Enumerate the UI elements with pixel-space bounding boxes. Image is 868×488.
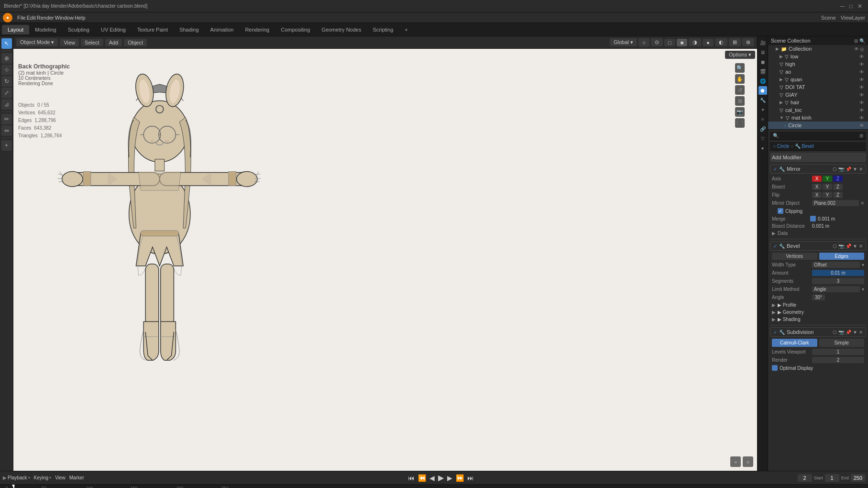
tab-geometry-nodes[interactable]: Geometry Nodes — [316, 25, 367, 34]
collection-item-doi-tat[interactable]: ▽ DOI TAT 👁 — [768, 83, 868, 91]
collection-item-quan[interactable]: ▶ ▽ quan 👁 — [768, 76, 868, 83]
tool-select[interactable]: ↖ — [1, 38, 12, 49]
mirror-bisect-y[interactable]: Y — [823, 184, 832, 190]
prop-world-icon[interactable]: 🌐 — [758, 77, 767, 85]
eye-icon-cal-toc[interactable]: 👁 — [859, 108, 864, 113]
xray-toggle[interactable]: ⊞ — [729, 38, 741, 46]
viewport-canvas[interactable]: Back Orthographic (2) mat kinh | Circle … — [13, 49, 757, 471]
playback-icon[interactable]: ▶ — [3, 475, 7, 480]
tab-scripting[interactable]: Scripting — [367, 25, 399, 34]
end-frame-display[interactable]: 250 — [851, 474, 865, 482]
collection-item-ao[interactable]: ▽ ao 👁 — [768, 68, 868, 76]
eye-icon-high[interactable]: 👁 — [859, 62, 864, 67]
tab-animation[interactable]: Animation — [205, 25, 240, 34]
subd-down-icon[interactable]: ▼ — [853, 330, 857, 335]
timeline-scrubber[interactable]: 0 50 100 150 200 250 — [0, 484, 868, 488]
snap-toggle[interactable]: ⊙ — [651, 38, 663, 46]
menu-window[interactable]: Window — [55, 15, 74, 21]
prev-keyframe-btn[interactable]: ⏪ — [417, 474, 427, 482]
mirror-pin-icon[interactable]: 📌 — [846, 166, 851, 172]
character-viewport[interactable] — [13, 49, 757, 471]
bevel-width-type-dropdown[interactable]: ▾ — [862, 262, 864, 267]
mirror-axis-y[interactable]: Y — [823, 176, 832, 182]
collection-item-giay[interactable]: ▽ GIAY 👁 — [768, 91, 868, 99]
bevel-limit-dropdown[interactable]: ▾ — [862, 287, 864, 292]
panel-filter-icon[interactable]: ⊞ — [859, 133, 863, 138]
object-menu[interactable]: Object — [124, 39, 147, 46]
tab-rendering[interactable]: Rendering — [239, 25, 275, 34]
tab-layout[interactable]: Layout — [2, 25, 29, 34]
add-modifier-button[interactable]: Add Modifier — [770, 153, 866, 162]
shading-material[interactable]: ◑ — [689, 38, 701, 46]
optimal-display-checkbox[interactable] — [772, 365, 778, 371]
menu-render[interactable]: Render — [37, 15, 54, 21]
tool-annotate[interactable]: ✏ — [1, 114, 12, 124]
bevel-amount-value[interactable]: 0.01 m — [812, 270, 864, 276]
jump-start-btn[interactable]: ⏮ — [407, 474, 416, 482]
blender-logo[interactable]: ● — [3, 13, 12, 22]
bevel-vertices-btn[interactable]: Vertices — [772, 253, 817, 260]
bevel-profile-row[interactable]: ▶ ▶ Profile — [770, 301, 866, 309]
breadcrumb-bevel[interactable]: 🔧 Bevel — [795, 144, 814, 149]
tool-scale[interactable]: ⤢ — [1, 88, 12, 98]
mirror-object-value[interactable]: Plane.002 — [812, 200, 859, 206]
menu-help[interactable]: Help — [75, 15, 86, 21]
subd-viewport-value[interactable]: 1 — [812, 349, 864, 355]
prop-view-layer-icon[interactable]: ◼ — [758, 57, 767, 66]
shading-wire[interactable]: □ — [664, 39, 675, 46]
bevel-shading-row[interactable]: ▶ ▶ Shading — [770, 316, 866, 323]
collection-item-circle[interactable]: ○ Circle 👁 — [768, 122, 868, 129]
eye-icon-quan[interactable]: 👁 — [859, 77, 864, 82]
select-menu[interactable]: Select — [81, 39, 103, 46]
keying-dropdown[interactable]: ▾ — [49, 476, 51, 480]
jump-end-btn[interactable]: ⏭ — [466, 474, 475, 482]
eye-icon-circle[interactable]: 👁 — [859, 123, 864, 128]
menu-edit[interactable]: Edit — [27, 15, 36, 21]
nav-zoom-icon[interactable]: 🔍 — [735, 63, 745, 73]
collection-item-low[interactable]: ▶ ▽ low 👁 — [768, 53, 868, 60]
prop-modifier-icon[interactable]: 🔧 — [758, 96, 767, 104]
marker-label[interactable]: Marker — [69, 475, 84, 480]
start-frame-display[interactable]: 1 — [825, 474, 839, 482]
collection-item-mat-kinh[interactable]: ▼ ▽ mat kinh 👁 — [768, 114, 868, 122]
breadcrumb-circle[interactable]: ○ Circle — [773, 144, 789, 149]
next-frame-btn[interactable]: ▶ — [446, 474, 453, 482]
mirror-axis-x[interactable]: X — [812, 176, 822, 182]
bevel-geometry-row[interactable]: ▶ ▶ Geometry — [770, 309, 866, 316]
subdivision-modifier-header[interactable]: ✓ 🔧 Subdivision ⬡ 📷 📌 ▼ ✕ — [770, 327, 866, 337]
prop-render-icon[interactable]: 🎥 — [758, 38, 767, 47]
tool-rotate[interactable]: ↻ — [1, 76, 12, 87]
nav-perspective-icon[interactable]: ⊞ — [735, 96, 745, 106]
prev-frame-btn[interactable]: ◀ — [429, 474, 436, 482]
mirror-close-icon[interactable]: ✕ — [859, 166, 863, 172]
add-menu[interactable]: Add — [105, 39, 122, 46]
subd-close-icon[interactable]: ✕ — [859, 330, 863, 335]
bevel-geometry-arrow[interactable]: ▶ — [772, 310, 776, 315]
bevel-edges-btn[interactable]: Edges — [819, 253, 865, 260]
bevel-shading-arrow[interactable]: ▶ — [772, 317, 776, 322]
prop-constraints-icon[interactable]: 🔗 — [758, 124, 767, 133]
tab-sculpting[interactable]: Sculpting — [62, 25, 95, 34]
subd-render-value[interactable]: 2 — [812, 357, 864, 363]
subd-realtime-icon[interactable]: ⬡ — [833, 330, 837, 335]
corner-icon-2[interactable]: ■ — [743, 456, 753, 467]
transform-space[interactable]: Global ▾ — [610, 38, 637, 46]
eye-icon-doi-tat[interactable]: 👁 — [859, 85, 864, 90]
viewport-overlay[interactable]: ◐ — [715, 38, 727, 46]
bevel-pin-icon[interactable]: 📌 — [846, 244, 851, 249]
eye-icon-low[interactable]: 👁 — [859, 54, 864, 59]
mirror-clipping-checkbox[interactable] — [778, 208, 783, 214]
bevel-realtime-icon[interactable]: ⬡ — [833, 244, 837, 249]
mirror-flip-z[interactable]: Z — [833, 192, 843, 198]
tab-shading[interactable]: Shading — [174, 25, 204, 34]
tab-texture-paint[interactable]: Texture Paint — [132, 25, 174, 34]
keying-label[interactable]: Keying — [34, 475, 49, 480]
close-btn[interactable]: ✕ — [856, 3, 864, 10]
nav-grid-icon[interactable]: ⋮⋮ — [735, 118, 745, 128]
viewport[interactable]: Object Mode ▾ View Select Add Object Glo… — [13, 36, 757, 471]
bevel-segments-value[interactable]: 3 — [812, 278, 864, 284]
subd-render-icon[interactable]: 📷 — [838, 330, 844, 335]
mirror-realtime-icon[interactable]: ⬡ — [833, 166, 837, 172]
prop-particles-icon[interactable]: ✦ — [758, 105, 767, 114]
mirror-axis-z[interactable]: Z — [833, 176, 843, 182]
